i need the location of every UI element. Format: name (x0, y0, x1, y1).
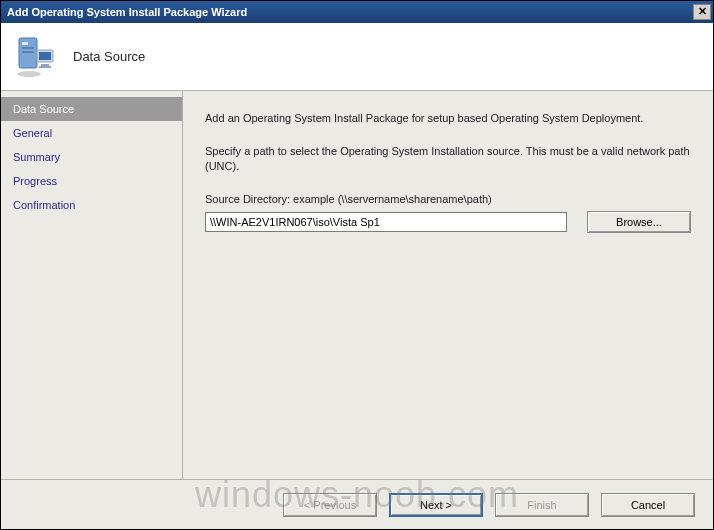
sidebar-item-label: Data Source (13, 103, 74, 115)
svg-rect-5 (39, 52, 51, 60)
content-pane: Add an Operating System Install Package … (183, 91, 713, 479)
close-button[interactable]: ✕ (693, 4, 711, 20)
window-title: Add Operating System Install Package Wiz… (7, 6, 247, 18)
footer: < Previous Next > Finish Cancel (1, 479, 713, 529)
svg-rect-7 (39, 66, 51, 68)
wizard-window: Add Operating System Install Package Wiz… (0, 0, 714, 530)
browse-button[interactable]: Browse... (587, 211, 691, 233)
intro-text: Add an Operating System Install Package … (205, 111, 691, 126)
sidebar-item-data-source[interactable]: Data Source (1, 97, 182, 121)
sidebar-item-label: Summary (13, 151, 60, 163)
header-band: Data Source (1, 23, 713, 91)
source-directory-row: Browse... (205, 211, 691, 233)
sidebar-item-label: General (13, 127, 52, 139)
source-directory-input[interactable] (205, 212, 567, 232)
sidebar: Data Source General Summary Progress Con… (1, 91, 183, 479)
svg-rect-1 (22, 42, 28, 45)
source-directory-label: Source Directory: example (\\servername\… (205, 192, 691, 207)
instruction-text: Specify a path to select the Operating S… (205, 144, 691, 174)
svg-rect-6 (41, 64, 49, 66)
sidebar-item-progress[interactable]: Progress (1, 169, 182, 193)
sidebar-item-general[interactable]: General (1, 121, 182, 145)
next-button[interactable]: Next > (389, 493, 483, 517)
titlebar: Add Operating System Install Package Wiz… (1, 1, 713, 23)
previous-button: < Previous (283, 493, 377, 517)
sidebar-item-summary[interactable]: Summary (1, 145, 182, 169)
page-title: Data Source (73, 49, 145, 64)
sidebar-item-confirmation[interactable]: Confirmation (1, 193, 182, 217)
svg-rect-2 (22, 47, 34, 49)
sidebar-item-label: Progress (13, 175, 57, 187)
finish-button: Finish (495, 493, 589, 517)
cancel-button[interactable]: Cancel (601, 493, 695, 517)
svg-rect-3 (22, 51, 34, 53)
svg-point-8 (17, 71, 41, 77)
computer-icon (15, 36, 55, 78)
body: Data Source General Summary Progress Con… (1, 91, 713, 479)
sidebar-item-label: Confirmation (13, 199, 75, 211)
